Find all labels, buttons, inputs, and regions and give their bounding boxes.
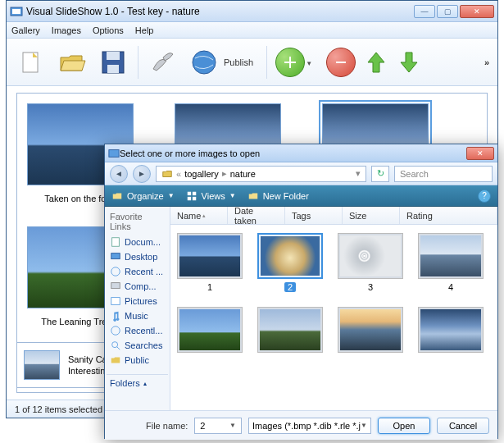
toolbar-separator <box>138 46 138 79</box>
svg-rect-5 <box>107 65 119 73</box>
add-button[interactable]: ▼ <box>275 48 305 77</box>
search-input[interactable]: Search <box>394 166 493 182</box>
file-item[interactable] <box>177 307 243 353</box>
svg-rect-16 <box>111 283 120 289</box>
file-item[interactable]: 3 <box>338 233 403 292</box>
publish-label: Publish <box>224 57 253 67</box>
organize-icon <box>111 190 123 202</box>
toolbar-overflow[interactable]: » <box>484 57 489 67</box>
svg-rect-9 <box>187 191 190 194</box>
save-icon[interactable] <box>97 46 129 79</box>
open-button[interactable]: Open <box>378 418 430 434</box>
menu-options[interactable]: Options <box>93 25 124 35</box>
file-item[interactable] <box>338 307 403 353</box>
move-down-button[interactable] <box>397 48 421 77</box>
sidebar-item-desktop[interactable]: Desktop <box>107 249 168 264</box>
dialog-titlebar: Select one or more images to open ✕ <box>105 144 497 162</box>
settings-icon[interactable] <box>147 46 179 79</box>
menu-gallery[interactable]: Gallery <box>11 25 40 35</box>
recent-icon <box>110 325 121 336</box>
svg-rect-1 <box>12 9 20 14</box>
refresh-button[interactable]: ↻ <box>371 166 389 182</box>
cancel-button[interactable]: Cancel <box>437 418 489 434</box>
chevron-down-icon: ▼ <box>361 422 367 429</box>
pictures-icon <box>110 295 121 307</box>
folders-toggle[interactable]: Folders ▴ <box>107 374 168 391</box>
open-icon[interactable] <box>56 46 89 79</box>
sidebar: Favorite Links Docum... Desktop Recent .… <box>105 207 170 410</box>
app-icon <box>10 5 23 18</box>
file-grid: 1 2 3 4 <box>170 225 497 410</box>
sidebar-item-searches[interactable]: Searches <box>107 338 168 353</box>
svg-rect-13 <box>112 238 120 247</box>
search-icon <box>110 340 121 351</box>
open-dialog: Select one or more images to open ✕ ◄ ► … <box>104 144 498 439</box>
filter-select[interactable]: Images (*.bmp *.dib *.rle *.jpg *▼ <box>248 418 371 434</box>
col-rating[interactable]: Rating <box>400 207 497 224</box>
main-title: Visual SlideShow 1.0 - Test key - nature <box>26 6 414 17</box>
breadcrumb[interactable]: « togallery ▸ nature ▾ <box>156 166 366 182</box>
sidebar-item-music[interactable]: Music <box>107 308 168 323</box>
sidebar-item-recent[interactable]: Recent ... <box>107 264 168 279</box>
chevron-down-icon[interactable]: ▼ <box>229 422 236 429</box>
filename-label: File name: <box>146 421 188 431</box>
music-icon <box>110 310 121 322</box>
sidebar-item-recently[interactable]: Recentl... <box>107 323 168 338</box>
views-button[interactable]: Views▼ <box>186 190 236 202</box>
dialog-close-button[interactable]: ✕ <box>466 147 494 160</box>
organize-button[interactable]: Organize▼ <box>111 190 175 202</box>
file-item[interactable]: 2 <box>257 233 323 292</box>
publish-icon[interactable] <box>188 46 220 79</box>
file-item[interactable]: 4 <box>418 233 484 292</box>
sidebar-item-computer[interactable]: Comp... <box>107 279 168 294</box>
minimize-button[interactable]: — <box>414 5 435 18</box>
breadcrumb-seg[interactable]: togallery <box>184 169 219 179</box>
sidebar-item-documents[interactable]: Docum... <box>107 235 168 249</box>
chevron-down-icon[interactable]: ▾ <box>356 168 361 179</box>
forward-button[interactable]: ► <box>133 165 151 183</box>
svg-point-6 <box>193 51 216 74</box>
svg-point-18 <box>111 327 120 336</box>
svg-rect-12 <box>192 196 195 199</box>
col-tags[interactable]: Tags <box>285 207 343 224</box>
svg-rect-4 <box>107 52 120 60</box>
help-icon[interactable]: ? <box>478 190 491 203</box>
remove-button[interactable] <box>326 48 356 77</box>
chevron-right-icon: « <box>176 169 181 179</box>
folder-icon <box>110 354 121 366</box>
filename-input[interactable]: 2▼ <box>194 418 242 434</box>
main-titlebar: Visual SlideShow 1.0 - Test key - nature… <box>7 1 497 22</box>
chevron-down-icon[interactable]: ▼ <box>306 60 312 67</box>
sidebar-item-public[interactable]: Public <box>107 353 168 368</box>
breadcrumb-seg[interactable]: nature <box>230 169 256 179</box>
dialog-toolbar: Organize▼ Views▼ New Folder ? <box>105 185 497 207</box>
main-toolbar: Publish ▼ » <box>7 39 497 86</box>
close-button[interactable]: ✕ <box>460 5 494 18</box>
chevron-up-icon: ▴ <box>143 380 147 387</box>
recent-icon <box>110 266 121 277</box>
back-button[interactable]: ◄ <box>110 165 128 183</box>
svg-rect-11 <box>187 196 190 199</box>
new-icon[interactable] <box>15 46 48 79</box>
file-item[interactable] <box>257 307 323 353</box>
new-folder-button[interactable]: New Folder <box>247 190 309 202</box>
sidebar-item-pictures[interactable]: Pictures <box>107 294 168 308</box>
chevron-right-icon: ▸ <box>222 168 227 179</box>
menu-help[interactable]: Help <box>135 25 154 35</box>
file-item[interactable]: 1 <box>177 233 243 292</box>
file-item[interactable] <box>418 307 484 353</box>
status-text: 1 of 12 items selected <box>15 404 102 414</box>
col-size[interactable]: Size <box>343 207 400 224</box>
menu-images[interactable]: Images <box>52 25 81 35</box>
column-headers: Name ▴ Date taken Tags Size Rating <box>170 207 497 225</box>
file-area: Name ▴ Date taken Tags Size Rating 1 2 3… <box>170 207 497 410</box>
maximize-button[interactable]: ▢ <box>437 5 458 18</box>
sidebar-header: Favorite Links <box>107 210 168 235</box>
svg-rect-7 <box>336 62 346 63</box>
move-up-button[interactable] <box>364 48 388 77</box>
col-date[interactable]: Date taken <box>228 207 285 224</box>
views-icon <box>186 190 198 202</box>
menubar: Gallery Images Options Help <box>7 22 497 39</box>
col-name[interactable]: Name ▴ <box>170 207 228 224</box>
svg-rect-17 <box>111 298 120 305</box>
